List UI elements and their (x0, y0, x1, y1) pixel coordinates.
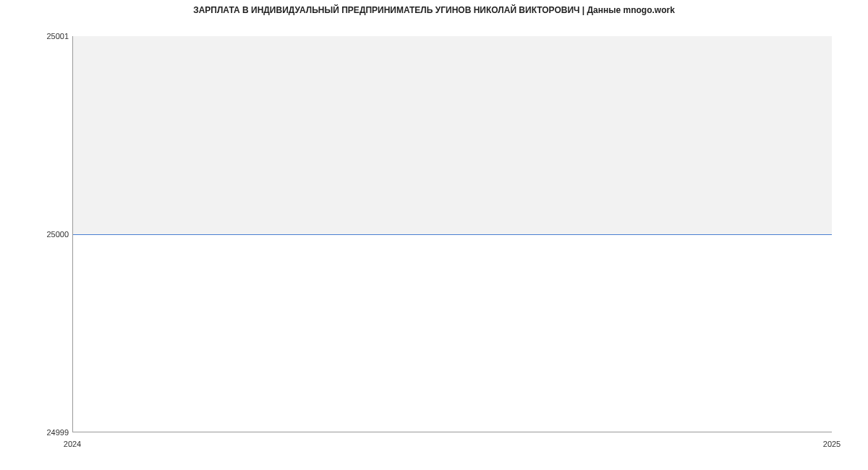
salary-chart: ЗАРПЛАТА В ИНДИВИДУАЛЬНЫЙ ПРЕДПРИНИМАТЕЛ… (0, 0, 868, 470)
chart-title: ЗАРПЛАТА В ИНДИВИДУАЛЬНЫЙ ПРЕДПРИНИМАТЕЛ… (0, 5, 868, 15)
y-tick-25001: 25001 (46, 32, 69, 40)
y-tick-24999: 24999 (46, 428, 69, 437)
series-line (73, 234, 832, 235)
x-tick-2025: 2025 (823, 440, 841, 448)
plot-area (72, 36, 832, 432)
x-tick-2024: 2024 (64, 440, 81, 448)
plot-lower-band (73, 234, 832, 432)
y-tick-25000: 25000 (46, 230, 69, 239)
plot-upper-band (73, 36, 832, 234)
